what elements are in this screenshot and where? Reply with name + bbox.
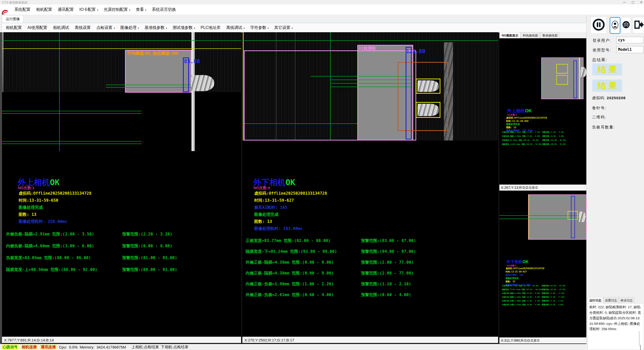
roi-box-yellow bbox=[416, 102, 440, 118]
overlay-info-line: 虚拟码:Offline20250208133134728 bbox=[506, 267, 544, 270]
dropdown-caret-icon: ▾ bbox=[194, 27, 195, 29]
overlay-info-line: 虚拟码:Offline20250208133134728 bbox=[506, 116, 547, 120]
users-group-icon bbox=[622, 21, 630, 30]
roi-box-blue bbox=[406, 47, 412, 139]
login-user-field[interactable]: cys bbox=[616, 37, 643, 43]
measure-line-green bbox=[2, 113, 142, 114]
measurement-text: 内侧正极-隔膜=4.38mm 范围:(0.00 - 9.00) bbox=[502, 296, 540, 298]
menu-item-3[interactable]: IO卡配置▾ bbox=[77, 7, 101, 12]
warning-range-text: 预警范围:(1.10 - 2.10) bbox=[542, 300, 564, 302]
overlay-info-line: 图像处理完成 bbox=[506, 277, 519, 280]
warning-range-text: 预警范围:(2.20 - 3.20) bbox=[542, 131, 564, 133]
toolbar-grip[interactable] bbox=[1, 24, 2, 30]
overlay-info-line: 时间:13-31-59-650 bbox=[506, 120, 528, 123]
menu-item-4[interactable]: 光源控制配置▾ bbox=[101, 7, 133, 12]
toolbar-item-2[interactable]: 相机调试 bbox=[50, 25, 72, 30]
baseline-vertical-green bbox=[59, 32, 60, 151]
tab-settings-log[interactable]: 设置日志 bbox=[603, 297, 619, 303]
log-scrollbar[interactable] bbox=[639, 331, 639, 346]
toolbar-item-4[interactable]: 点检设置▾ bbox=[93, 25, 118, 30]
mini-roi-yellow bbox=[568, 211, 578, 220]
warning-range-text: 预警范围:(1.10 - 2.10) bbox=[361, 282, 411, 287]
toolbar-item-3[interactable]: 离线设置 bbox=[72, 25, 93, 30]
measure-line-green bbox=[2, 141, 142, 142]
mini-slab-image bbox=[528, 194, 587, 240]
maximize-icon[interactable]: ▢ bbox=[632, 0, 634, 5]
warning-range-text: 预警范围:(94.00 - 97.00) bbox=[361, 249, 416, 254]
user-icon bbox=[611, 20, 619, 31]
exit-button[interactable] bbox=[633, 17, 644, 33]
model-field[interactable]: Model1 bbox=[616, 46, 643, 53]
upper-camera-status: 上相机:点检结束 bbox=[132, 345, 159, 349]
warning-range-text: 预警范围:(81.00 - 85.00) bbox=[122, 255, 177, 261]
log-tabs: 运行日志 设置日志 错误日志 bbox=[588, 297, 634, 303]
mini-metal-tab bbox=[581, 67, 586, 77]
pixel-coordinate-bar: X:270;Y:2502;R:17;G:17;B:17 bbox=[242, 337, 498, 343]
toolbar-item-8[interactable]: PLC地址库 bbox=[198, 25, 223, 30]
toolbar: 相机配置AI使用配置相机调试离线设置点检设置▾图像处理▾基准线参数▾测试项参数▾… bbox=[0, 23, 644, 32]
overlay-info-line: 时间:13-31-59-627 bbox=[506, 270, 527, 273]
exit-icon bbox=[633, 20, 644, 30]
menu-item-2[interactable]: 通讯配置 bbox=[55, 7, 77, 12]
toolbar-item-1[interactable]: AI使用配置 bbox=[25, 25, 50, 30]
toolbar-item-0[interactable]: 相机配置 bbox=[3, 25, 25, 30]
toolbar-item-5[interactable]: 图像处理▾ bbox=[118, 25, 142, 30]
measurement-text: 内侧正极-负极=1.90mm 范围:(1.00 - 2.20) bbox=[246, 282, 334, 286]
result-box-upper: 结果 bbox=[592, 63, 622, 76]
measurement-text: 外侧正极-隔膜=4.38mm 范围:(0.00 - 9.00) bbox=[502, 292, 540, 294]
users-group-button[interactable] bbox=[621, 17, 631, 33]
measurement-row: 内侧负极-隔膜=4.60mm 范围:(3.00 - 6.00)预警范围:(0.0… bbox=[6, 243, 94, 249]
measurement-text: 负极宽度=83.05mm 范围:(80.00 - 86.00) bbox=[502, 139, 539, 141]
upper-camera-view[interactable]: 平均阈值:93, 动态阈值:100 85.88 外上相机OK NG次数:1 虚拟… bbox=[2, 32, 241, 343]
user-button[interactable] bbox=[610, 17, 620, 34]
dropdown-caret-icon: ▾ bbox=[129, 9, 130, 11]
close-icon[interactable]: ✕ bbox=[640, 0, 642, 5]
log-text-area[interactable]: 耗时: 222, 缺陷检测耗时: 17, 缺陷分类耗时: 0, 缺陷提取分区耗时… bbox=[588, 303, 644, 350]
tab-data-curve[interactable]: 数据曲线图 bbox=[540, 32, 560, 38]
measurement-text: 正极宽度=83.77mm 范围:(82.00 - 88.00) bbox=[502, 285, 539, 287]
measurement-row: 内侧正极-隔膜=4.38mm 范围:(0.00 - 9.00)预警范围:(2.0… bbox=[246, 271, 334, 276]
pause-button[interactable] bbox=[591, 17, 607, 34]
warning-range-text: 预警范围:(0.60 - 4.00) bbox=[542, 303, 564, 306]
mini-roi-blue bbox=[573, 60, 577, 98]
ng-panel-tabs: NG截图显示 料线曲线图 数据曲线图 bbox=[499, 32, 586, 38]
dropdown-caret-icon: ▾ bbox=[145, 9, 146, 11]
mini-roi-yellow bbox=[556, 75, 568, 85]
overlay-info-line: 图数: 13 bbox=[254, 219, 272, 224]
toolbar-item-9[interactable]: 离线调试▾ bbox=[223, 25, 247, 30]
measure-line-green bbox=[106, 85, 195, 85]
tab-strip bbox=[0, 15, 644, 23]
menu-item-5[interactable]: 查看▾ bbox=[133, 7, 149, 12]
tab-line-curve[interactable]: 料线曲线图 bbox=[521, 32, 540, 38]
measurement-text: 内侧负极-隔膜=4.60mm 范围:(3.00 - 6.00) bbox=[6, 243, 94, 248]
login-user-label: 登录用户: bbox=[593, 38, 611, 43]
roi-box-orange bbox=[398, 62, 448, 131]
measurement-row: 内侧正极-隔膜=4.38mm 范围:(0.00 - 9.00)预警范围:(2.0… bbox=[502, 296, 540, 298]
mini-camera-name: 外下相机OK bbox=[506, 259, 529, 265]
overlay-info-line: 图像处理耗时: 258.00ms bbox=[19, 219, 67, 224]
menu-item-0[interactable]: 系统配置 bbox=[12, 7, 33, 12]
overlay-info-line: 图像处理完成 bbox=[254, 212, 278, 217]
menu-item-1[interactable]: 相机配置 bbox=[33, 7, 55, 12]
overlay-info-line: 虚拟码:Offline20250208133134728 bbox=[254, 191, 327, 196]
measurement-row: 隔膜宽度-上=90.56mm 范围:(88.00 - 92.00)预警范围:(8… bbox=[502, 143, 542, 146]
tab-error-log[interactable]: 错误日志 bbox=[619, 297, 634, 303]
overlay-info-line: 时间:13-31-59-650 bbox=[19, 198, 58, 203]
toolbar-item-10[interactable]: 字符参数▾ bbox=[247, 25, 272, 30]
toolbar-item-6[interactable]: 基准线参数▾ bbox=[142, 25, 170, 30]
camera-result-text: OK bbox=[50, 178, 60, 187]
toolbar-item-7[interactable]: 测试项参数▾ bbox=[170, 25, 198, 30]
minimize-icon[interactable]: — bbox=[623, 0, 626, 5]
tab-run-image[interactable]: 运行图像 bbox=[2, 15, 24, 23]
camera-result-text: OK bbox=[285, 178, 295, 187]
toolbar-item-11[interactable]: 其它设置▾ bbox=[271, 25, 296, 30]
tab-ng-display[interactable]: NG截图显示 bbox=[499, 32, 521, 38]
qr-code-label: 二维码: bbox=[592, 115, 606, 120]
measurement-text: 负极宽度=83.05mm 范围:(80.00 - 86.00) bbox=[6, 255, 91, 260]
menu-item-6[interactable]: 系统语言切换 bbox=[149, 7, 179, 12]
measurement-row: 外侧正极-负极=2.61mm 范围:(0.60 - 4.00)预警范围:(0.6… bbox=[502, 303, 540, 306]
measure-line-green bbox=[106, 87, 195, 88]
tab-run-log[interactable]: 运行日志 bbox=[588, 297, 603, 303]
lower-camera-view[interactable]: AI检测框 123.80 外下相机OK NG次数:0 虚拟码:Offline20… bbox=[242, 32, 498, 343]
measurement-text: 外侧负极-隔膜=2.91mm 范围:(2.00 - 3.50) bbox=[502, 131, 540, 133]
